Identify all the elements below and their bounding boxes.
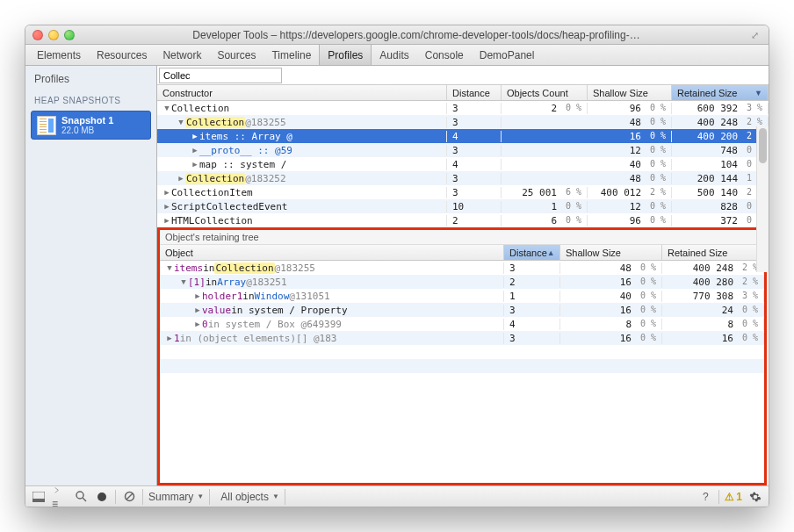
warnings-badge[interactable]: ⚠1 [725,491,742,503]
svg-line-3 [83,498,86,501]
retaining-tree-panel: Object's retaining tree Object Distance▲… [157,227,767,485]
close-icon[interactable] [32,30,43,40]
disclosure-icon[interactable]: ▶ [191,132,199,140]
retain-row[interactable]: ▶1 in (object elements)[] @1833160 %160 … [160,331,764,345]
disclosure-icon[interactable]: ▼ [179,277,188,286]
disclosure-icon[interactable]: ▶ [193,320,202,328]
col-retained-size[interactable]: Retained Size▼ [672,85,769,100]
disclosure-icon[interactable]: ▶ [191,146,199,155]
bottom-toolbar: ﹥≡ Summary▼ All objects▼ ? ⚠1 [25,485,769,507]
chevron-down-icon: ▼ [197,492,204,500]
disclosure-icon[interactable]: ▶ [162,216,171,225]
retain-row[interactable]: ▶0 in system / Box @649399480 %80 % [160,317,764,331]
retaining-rows: ▼items in Collection @1832553480 %400 24… [160,261,764,483]
warning-icon: ⚠ [725,491,734,503]
svg-point-4 [97,492,106,501]
tab-elements[interactable]: Elements [29,45,89,65]
disclosure-icon[interactable]: ▶ [165,334,174,342]
retain-row[interactable]: ▼[1] in Array @1832512160 %400 2802 % [160,275,764,289]
tab-console[interactable]: Console [417,45,472,65]
titlebar: Developer Tools – https://developers.goo… [25,25,769,45]
sidebar-header: Profiles [25,66,156,92]
tab-sources[interactable]: Sources [209,45,263,65]
window-title: Developer Tools – https://developers.goo… [82,29,751,41]
window: Developer Tools – https://developers.goo… [25,25,769,507]
tab-network[interactable]: Network [155,45,209,65]
help-icon[interactable]: ? [697,489,713,505]
record-icon[interactable] [94,489,110,505]
zoom-icon[interactable] [64,30,75,40]
sort-desc-icon: ▼ [754,89,762,97]
scrollbar-thumb[interactable] [759,128,767,163]
devtools-tabs: ElementsResourcesNetworkSourcesTimelineP… [25,45,769,66]
tab-timeline[interactable]: Timeline [263,45,319,65]
retaining-tree-title: Object's retaining tree [160,230,764,245]
svg-line-6 [126,493,133,500]
main-panel: Constructor Distance Objects Count Shall… [157,66,769,485]
retain-row[interactable]: ▼items in Collection @1832553480 %400 24… [160,261,764,275]
clear-icon[interactable] [121,489,137,505]
disclosure-icon[interactable]: ▶ [191,160,199,169]
retain-row-empty [160,345,764,359]
constructors-rows: ▼Collection320 %960 %600 3923 %▼Collecti… [157,101,769,227]
retaining-header: Object Distance▲ Shallow Size Retained S… [160,245,764,261]
constructors-header: Constructor Distance Objects Count Shall… [157,85,769,101]
filter-select[interactable]: All objects▼ [215,489,285,505]
scrollbar[interactable] [756,126,769,272]
table-row[interactable]: ▶ScriptCollectedEvent1010 %120 %8280 % [157,199,769,213]
settings-icon[interactable] [747,489,763,505]
traffic-lights [32,30,75,40]
search-icon[interactable] [73,489,89,505]
col-shallow-size[interactable]: Shallow Size [588,85,672,100]
retain-row-empty [160,359,764,373]
retain-row[interactable]: ▶value in system / Property3160 %240 % [160,303,764,317]
class-filter-input[interactable] [159,68,282,83]
disclosure-icon[interactable]: ▶ [177,174,185,183]
disclosure-icon[interactable]: ▼ [177,118,185,126]
table-row[interactable]: ▶CollectionItem325 0016 %400 0122 %500 1… [157,185,769,199]
table-row[interactable]: ▶items :: Array @4160 %400 2002 % [157,129,769,143]
tab-demopanel[interactable]: DemoPanel [472,45,543,65]
sidebar: Profiles HEAP SNAPSHOTS Snapshot 1 22.0 … [25,66,157,485]
retain-row-empty [160,373,764,387]
svg-rect-1 [32,499,45,502]
snapshot-icon [37,116,56,135]
disclosure-icon[interactable]: ▶ [193,306,202,314]
col-constructor[interactable]: Constructor [157,85,447,100]
table-row[interactable]: ▶HTMLCollection260 %960 %3720 % [157,213,769,227]
table-row[interactable]: ▶__proto__ :: @593120 %7480 % [157,143,769,157]
disclosure-icon[interactable]: ▶ [162,188,171,197]
disclosure-icon[interactable]: ▼ [165,263,174,272]
view-select[interactable]: Summary▼ [142,489,210,505]
tab-audits[interactable]: Audits [372,45,416,65]
disclosure-icon[interactable]: ▶ [193,291,202,300]
disclosure-icon[interactable]: ▼ [162,104,171,112]
sidebar-item-snapshot[interactable]: Snapshot 1 22.0 MB [31,111,151,140]
table-row[interactable]: ▼Collection320 %960 %600 3923 % [157,101,769,115]
chevron-down-icon: ▼ [272,492,279,500]
svg-point-2 [76,492,83,499]
rcol-distance[interactable]: Distance▲ [504,245,560,260]
rcol-object[interactable]: Object [160,245,504,260]
col-distance[interactable]: Distance [447,85,502,100]
rcol-shallow[interactable]: Shallow Size [560,245,662,260]
table-row[interactable]: ▶map :: system / 4400 %1040 % [157,157,769,171]
tab-profiles[interactable]: Profiles [319,45,372,65]
minimize-icon[interactable] [48,30,59,40]
tab-resources[interactable]: Resources [89,45,155,65]
snapshot-size: 22.0 MB [61,126,113,135]
disclosure-icon[interactable]: ▶ [162,202,171,211]
sort-asc-icon: ▲ [547,248,555,257]
dock-icon[interactable] [31,489,47,505]
sidebar-section: HEAP SNAPSHOTS [25,92,156,111]
col-objects-count[interactable]: Objects Count [502,85,588,100]
retain-row[interactable]: ▶holder1 in Window @1310511400 %770 3083… [160,289,764,303]
table-row[interactable]: ▼Collection @1832553480 %400 2482 % [157,115,769,129]
expand-icon[interactable]: ⤢ [751,30,762,40]
snapshot-name: Snapshot 1 [61,115,113,126]
table-row[interactable]: ▶Collection @1832523480 %200 1441 % [157,171,769,185]
rcol-retained[interactable]: Retained Size [662,245,764,260]
console-icon[interactable]: ﹥≡ [52,489,68,505]
